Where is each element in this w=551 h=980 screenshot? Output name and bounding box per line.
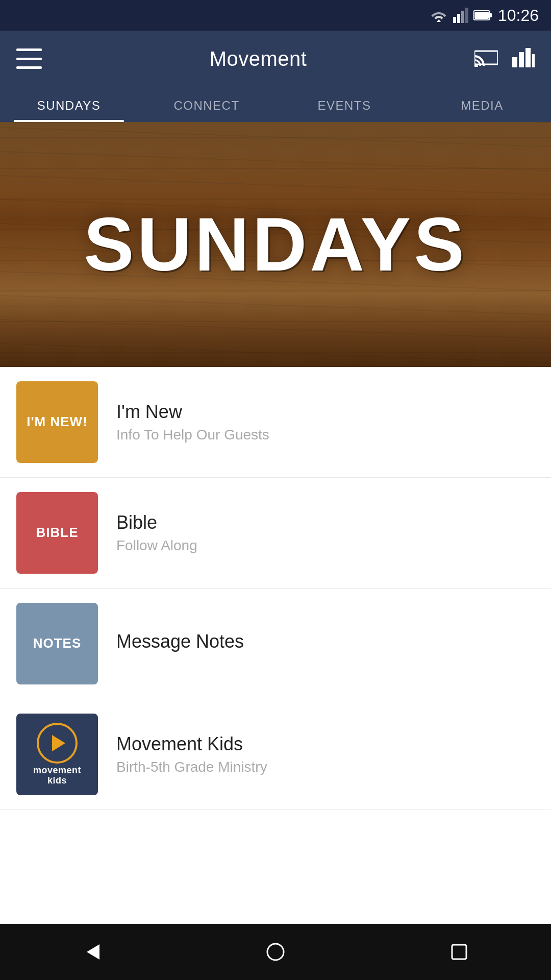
wifi-icon: [430, 8, 448, 22]
home-button[interactable]: [250, 926, 301, 977]
svg-rect-8: [512, 57, 517, 67]
notes-icon: NOTES: [16, 603, 98, 684]
svg-rect-1: [457, 14, 460, 23]
bible-icon: BIBLE: [16, 492, 98, 574]
svg-rect-11: [532, 54, 535, 67]
kids-icon-inner: movementkids: [16, 714, 98, 795]
svg-marker-12: [87, 944, 99, 960]
hero-title: SUNDAYS: [84, 201, 467, 288]
svg-rect-0: [453, 17, 456, 23]
kids-icon: movementkids: [16, 714, 98, 795]
svg-rect-6: [474, 12, 489, 19]
notes-title: Message Notes: [116, 631, 535, 652]
list-item-bible[interactable]: BIBLE Bible Follow Along: [0, 478, 551, 589]
bottom-nav: [0, 924, 551, 980]
status-bar: 10:26: [0, 0, 551, 31]
kids-circle: [37, 723, 78, 764]
status-time: 10:26: [498, 6, 539, 25]
tab-connect[interactable]: CONNECT: [138, 87, 276, 122]
bible-content: Bible Follow Along: [116, 512, 535, 554]
svg-rect-3: [465, 8, 468, 23]
im-new-title: I'm New: [116, 401, 535, 423]
back-button[interactable]: [66, 926, 117, 977]
app-bar-actions: [474, 48, 535, 69]
cast-button[interactable]: [474, 48, 498, 69]
im-new-icon-label: I'M NEW!: [21, 409, 93, 435]
tab-events[interactable]: EVENTS: [276, 87, 413, 122]
svg-rect-10: [525, 48, 531, 67]
im-new-subtitle: Info To Help Our Guests: [116, 427, 535, 443]
bible-subtitle: Follow Along: [116, 537, 535, 554]
hero-banner: SUNDAYS: [0, 122, 551, 367]
app-title: Movement: [42, 47, 474, 70]
kids-text-label: movementkids: [33, 766, 81, 786]
kids-content: Movement Kids Birth-5th Grade Ministry: [116, 733, 535, 775]
im-new-icon: I'M NEW!: [16, 381, 98, 463]
bible-title: Bible: [116, 512, 535, 533]
svg-point-13: [267, 944, 284, 960]
hamburger-menu[interactable]: [16, 48, 42, 69]
kids-title: Movement Kids: [116, 733, 535, 755]
notes-icon-label: NOTES: [28, 630, 87, 656]
recent-button[interactable]: [434, 926, 485, 977]
svg-rect-14: [452, 945, 466, 959]
tab-sundays[interactable]: SUNDAYS: [0, 87, 138, 122]
svg-rect-9: [519, 52, 524, 67]
kids-subtitle: Birth-5th Grade Ministry: [116, 759, 535, 775]
status-icons: 10:26: [430, 6, 539, 25]
svg-rect-5: [490, 13, 492, 17]
tab-bar: SUNDAYS CONNECT EVENTS MEDIA: [0, 87, 551, 122]
list-item-message-notes[interactable]: NOTES Message Notes: [0, 589, 551, 699]
notes-content: Message Notes: [116, 631, 535, 656]
list-item-movement-kids[interactable]: movementkids Movement Kids Birth-5th Gra…: [0, 699, 551, 810]
app-bar: Movement: [0, 31, 551, 87]
list-container: I'M NEW! I'm New Info To Help Our Guests…: [0, 367, 551, 810]
battery-icon: [473, 10, 493, 21]
list-item-im-new[interactable]: I'M NEW! I'm New Info To Help Our Guests: [0, 367, 551, 478]
tab-media[interactable]: MEDIA: [413, 87, 551, 122]
signal-icon: [453, 8, 468, 23]
svg-rect-2: [461, 11, 464, 23]
im-new-content: I'm New Info To Help Our Guests: [116, 401, 535, 443]
kids-play-icon: [52, 735, 65, 751]
analytics-button[interactable]: [512, 48, 535, 69]
bible-icon-label: BIBLE: [31, 520, 84, 546]
